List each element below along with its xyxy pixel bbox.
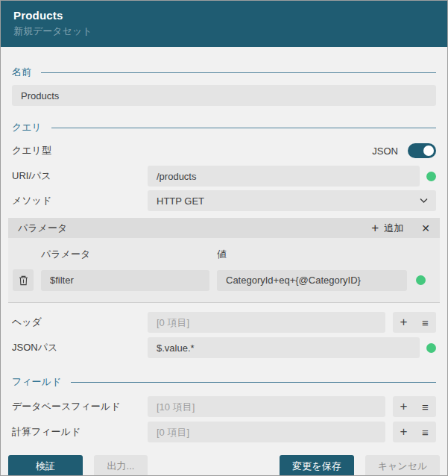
plus-icon: + xyxy=(400,425,408,439)
parameter-row xyxy=(13,269,432,291)
parameters-column-headers: パラメータ 値 xyxy=(13,248,432,261)
valid-indicator xyxy=(416,275,426,285)
menu-icon: ≡ xyxy=(422,401,429,413)
section-fields: フィールド xyxy=(12,376,436,388)
parameters-header-bar: パラメータ + 追加 ✕ xyxy=(8,218,440,238)
json-path-input[interactable] xyxy=(148,337,420,358)
section-name-label: 名前 xyxy=(12,66,31,79)
headers-menu-button[interactable]: ≡ xyxy=(414,312,436,333)
calculated-fields-label: 計算フィールド xyxy=(12,425,148,439)
headers-actions: + ≡ xyxy=(393,312,436,333)
trash-icon xyxy=(19,275,28,286)
json-path-label: JSONパス xyxy=(12,341,148,354)
dataset-dialog: Products 新規データセット 名前 クエリ クエリ型 JSON xyxy=(0,0,448,476)
column-header-name: パラメータ xyxy=(41,248,209,261)
section-name: 名前 xyxy=(12,66,436,78)
parameter-value-input[interactable] xyxy=(217,270,407,291)
uri-input[interactable] xyxy=(148,166,420,187)
section-fields-label: フィールド xyxy=(12,375,61,389)
chevron-down-icon xyxy=(420,198,428,204)
add-calculated-field-button[interactable]: + xyxy=(393,422,414,442)
headers-row: ヘッダ + ≡ xyxy=(12,312,436,333)
headers-label: ヘッダ xyxy=(12,316,148,329)
database-fields-menu-button[interactable]: ≡ xyxy=(414,396,436,417)
output-button[interactable]: 出力... xyxy=(94,455,148,476)
database-fields-label: データベースフィールド xyxy=(12,400,148,413)
calculated-fields-row: 計算フィールド + ≡ xyxy=(12,422,436,442)
plus-icon: + xyxy=(400,399,408,414)
add-header-button[interactable]: + xyxy=(393,312,414,333)
add-database-field-button[interactable]: + xyxy=(393,396,414,417)
menu-icon: ≡ xyxy=(422,316,429,329)
query-type-toggle[interactable] xyxy=(408,143,436,158)
name-input[interactable] xyxy=(12,85,436,106)
calculated-fields-actions: + ≡ xyxy=(393,422,436,442)
dialog-title: Products xyxy=(13,9,435,22)
parameter-name-input[interactable] xyxy=(41,270,209,291)
save-changes-button[interactable]: 変更を保存 xyxy=(280,455,354,476)
database-fields-actions: + ≡ xyxy=(393,396,436,417)
uri-row: URI/パス xyxy=(12,166,436,187)
json-path-row: JSONパス xyxy=(12,337,436,358)
toggle-knob-icon xyxy=(423,145,434,156)
plus-icon: + xyxy=(400,315,408,330)
section-divider xyxy=(41,72,436,73)
dialog-subtitle: 新規データセット xyxy=(13,25,435,38)
parameters-panel: パラメータ 値 xyxy=(8,238,440,303)
query-type-label: クエリ型 xyxy=(12,144,148,157)
delete-parameter-button[interactable] xyxy=(13,269,34,291)
headers-input[interactable] xyxy=(148,312,385,333)
close-icon[interactable]: ✕ xyxy=(421,222,430,234)
section-query: クエリ xyxy=(12,122,436,134)
section-query-label: クエリ xyxy=(12,121,42,134)
query-type-row: クエリ型 JSON xyxy=(12,143,436,159)
section-divider xyxy=(71,382,436,383)
menu-icon: ≡ xyxy=(422,426,429,439)
add-parameter-button[interactable]: + 追加 xyxy=(371,222,403,235)
section-divider xyxy=(51,128,436,128)
valid-indicator xyxy=(426,172,436,181)
uri-label: URI/パス xyxy=(12,169,148,183)
valid-indicator xyxy=(426,343,436,353)
validate-button[interactable]: 検証 xyxy=(8,455,83,476)
method-label: メソッド xyxy=(12,194,148,207)
query-type-value: JSON xyxy=(372,145,398,157)
calculated-fields-menu-button[interactable]: ≡ xyxy=(414,422,436,442)
method-select[interactable]: HTTP GET xyxy=(148,190,436,211)
method-selected-value: HTTP GET xyxy=(157,195,204,207)
parameters-block: パラメータ + 追加 ✕ パラメータ 値 xyxy=(8,218,440,303)
calculated-fields-input[interactable] xyxy=(148,422,385,442)
cancel-button[interactable]: キャンセル xyxy=(365,455,440,476)
column-header-value: 値 xyxy=(217,248,407,261)
database-fields-row: データベースフィールド + ≡ xyxy=(12,396,436,417)
dialog-footer: 検証 出力... 変更を保存 キャンセル xyxy=(1,455,447,476)
database-fields-input[interactable] xyxy=(148,396,385,417)
dialog-header: Products 新規データセット xyxy=(1,1,447,47)
method-row: メソッド HTTP GET xyxy=(12,190,436,211)
parameters-title: パラメータ xyxy=(18,222,371,235)
add-parameter-label: 追加 xyxy=(384,222,403,235)
plus-icon: + xyxy=(371,222,379,234)
